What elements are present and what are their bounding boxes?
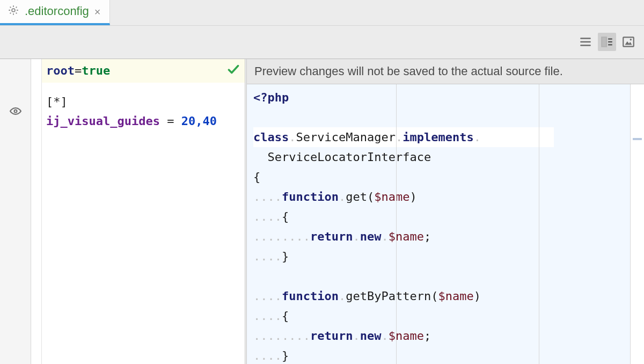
tab-bar: .editorconfig × (0, 0, 644, 26)
svg-point-0 (12, 9, 15, 12)
close-icon[interactable]: × (94, 5, 101, 17)
code-line-fn2: ....function.getByPattern($name) (253, 286, 644, 306)
svg-point-11 (14, 110, 17, 112)
code-line-fn1: ....function.get($name) (253, 187, 644, 207)
tab-editorconfig[interactable]: .editorconfig × (0, 0, 110, 25)
code-line-interface: ServiceLocatorInterface (253, 147, 644, 167)
svg-point-10 (630, 39, 632, 40)
visual-guide-40 (539, 84, 539, 364)
code-line-return2: ........return.new.$name; (253, 326, 644, 346)
preview-notice: Preview changes will not be saved to the… (247, 59, 644, 84)
svg-rect-4 (602, 37, 606, 46)
check-icon[interactable] (226, 62, 240, 82)
root-value: true (82, 61, 110, 81)
visual-guide-20 (396, 84, 397, 364)
config-line-guides: ij_visual_guides = 20,40 (46, 112, 245, 131)
code-line-class-decl: class.ServiceManager.implements. (253, 127, 554, 147)
view-mode-preview-button[interactable] (619, 33, 638, 51)
svg-rect-8 (623, 37, 634, 46)
config-line-root: root = true (42, 59, 245, 83)
svg-marker-9 (625, 41, 632, 45)
gutter (0, 59, 31, 364)
view-mode-lines-button[interactable] (576, 33, 595, 51)
preview-code[interactable]: <?php class.ServiceManager.implements. S… (247, 84, 644, 364)
toolbar (0, 26, 644, 59)
scroll-marker (633, 138, 642, 140)
gear-icon (8, 4, 19, 18)
tab-label: .editorconfig (25, 4, 89, 18)
root-key: root (46, 61, 75, 81)
scrollbar-track[interactable] (630, 84, 644, 364)
eye-icon[interactable] (9, 105, 22, 120)
gutter-strip (31, 59, 42, 364)
view-mode-split-button[interactable] (598, 33, 616, 51)
code-line-return1: ........return.new.$name; (253, 227, 644, 246)
preview-pane: Preview changes will not be saved to the… (247, 59, 644, 364)
config-section: [*] (46, 92, 245, 112)
editorconfig-editor[interactable]: root = true [*] ij_visual_guides = 20,40 (42, 59, 245, 364)
